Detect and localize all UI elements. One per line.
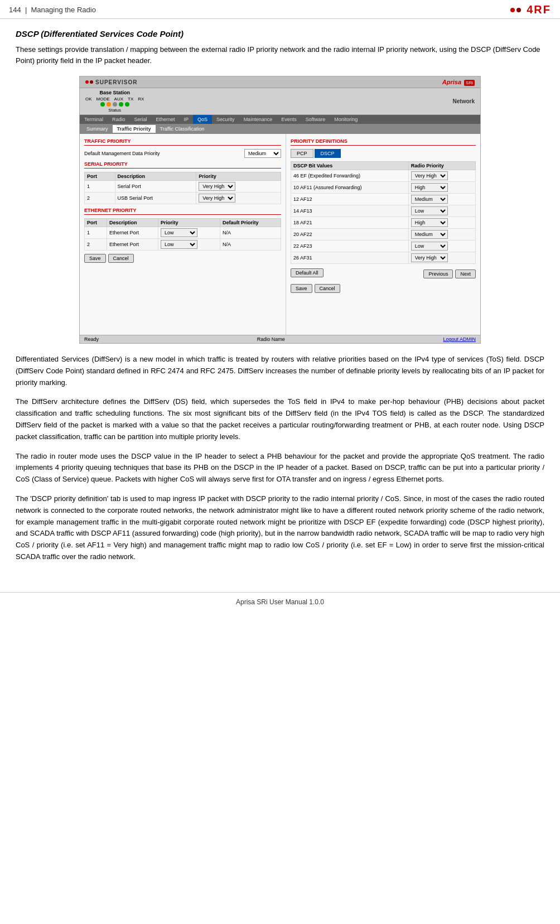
dscp-priority-select-4[interactable]: LowVery HighHighMedium xyxy=(411,206,448,215)
dscp-priority-select-2[interactable]: HighVery HighMediumLow xyxy=(411,183,448,192)
sub-nav-traffic-priority[interactable]: Traffic Priority xyxy=(113,125,156,133)
nav-monitoring[interactable]: Monitoring xyxy=(330,115,362,124)
dscp-row-4-value: 14 AF13 xyxy=(291,205,409,217)
status-bar: Ready Radio Name Logout ADMIN xyxy=(80,335,480,343)
default-all-button[interactable]: Default All xyxy=(291,268,324,277)
dscp-priority-select-7[interactable]: LowVery HighHighMedium xyxy=(411,242,448,251)
dot-red xyxy=(510,8,515,12)
eth-priority-select-1[interactable]: Low Medium High Very High xyxy=(161,228,197,237)
dscp-row-1-value: 46 EF (Expedited Forwarding) xyxy=(291,170,409,182)
device-indicators xyxy=(100,102,129,107)
section-title: DSCP (Differentiated Services Code Point… xyxy=(16,29,544,38)
nav-qos[interactable]: QoS xyxy=(193,115,212,124)
dscp-row-5-value: 18 AF21 xyxy=(291,217,409,229)
eth-desc-1: Ethernet Port xyxy=(107,227,158,239)
table-row: 26 AF31 Very HighHighMediumLow xyxy=(291,252,476,264)
sub-nav-summary[interactable]: Summary xyxy=(82,125,113,133)
eth-col-desc: Description xyxy=(107,219,158,227)
next-button[interactable]: Next xyxy=(455,270,476,278)
eth-port-1: 1 xyxy=(85,227,107,239)
right-cancel-button[interactable]: Cancel xyxy=(315,284,340,293)
nav-maintenance[interactable]: Maintenance xyxy=(239,115,277,124)
nav-ip[interactable]: IP xyxy=(180,115,194,124)
previous-button[interactable]: Previous xyxy=(423,270,453,278)
sub-nav-traffic-classification[interactable]: Traffic Classification xyxy=(156,125,209,133)
body-paragraph: The 'DSCP priority definition' tab is us… xyxy=(16,493,544,563)
aprisa-badge: SRi xyxy=(464,80,475,86)
sup-dot-dark xyxy=(90,80,93,84)
footer-text: Aprisa SRi User Manual 1.0.0 xyxy=(236,598,324,606)
serial-priority-header: SERIAL PRIORITY xyxy=(84,161,281,169)
page-number: 144 xyxy=(9,6,21,14)
table-row: 22 AF23 LowVery HighHighMedium xyxy=(291,240,476,252)
serial-priority-select-2[interactable]: Very High High Medium Low xyxy=(199,194,235,203)
main-area: TRAFFIC PRIORITY Default Management Data… xyxy=(80,134,480,335)
default-mgmt-select[interactable]: Medium Low High Very High xyxy=(244,149,281,158)
dscp-row-3-priority: MediumVery HighHighLow xyxy=(408,194,475,205)
dscp-row-7-value: 22 AF23 xyxy=(291,240,409,252)
right-btn-row: Save Cancel xyxy=(291,284,476,293)
ethernet-priority-header: ETHERNET PRIORITY xyxy=(84,208,281,215)
dscp-priority-select-6[interactable]: MediumVery HighHighLow xyxy=(411,230,448,239)
right-panel: PRIORITY DEFINITIONS PCP DSCP DSCP Bit V… xyxy=(286,134,480,335)
ethernet-table: Port Description Priority Default Priori… xyxy=(84,218,281,251)
nav-serial[interactable]: Serial xyxy=(130,115,152,124)
tab-dscp[interactable]: DSCP xyxy=(315,149,341,158)
serial-table: Port Description Priority 1 Serial Port … xyxy=(84,172,281,204)
ready-status: Ready xyxy=(84,336,99,342)
serial-priority-2: Very High High Medium Low xyxy=(196,192,281,204)
serial-priority-select-1[interactable]: Very High High Medium Low xyxy=(199,182,235,191)
dscp-priority-select-1[interactable]: Very HighHighMediumLow xyxy=(411,171,448,180)
eth-col-priority: Priority xyxy=(158,219,220,227)
dscp-priority-select-5[interactable]: HighVery HighMediumLow xyxy=(411,218,448,227)
dscp-row-3-value: 12 AF12 xyxy=(291,194,409,205)
logout-link[interactable]: Logout ADMIN xyxy=(443,336,476,342)
left-cancel-button[interactable]: Cancel xyxy=(108,254,134,263)
dscp-priority-select-3[interactable]: MediumVery HighHighLow xyxy=(411,195,448,204)
dscp-row-6-value: 20 AF22 xyxy=(291,229,409,240)
intro-text: These settings provide translation / map… xyxy=(16,44,544,66)
nav-terminal[interactable]: Terminal xyxy=(80,115,108,124)
table-row: 1 Ethernet Port Low Medium High Very Hig… xyxy=(85,227,281,239)
eth-priority-1: Low Medium High Very High xyxy=(158,227,220,239)
sup-dots xyxy=(85,80,93,84)
table-row: 18 AF21 HighVery HighMediumLow xyxy=(291,217,476,229)
status-label: Status xyxy=(108,108,121,113)
nav-ethernet[interactable]: Ethernet xyxy=(152,115,180,124)
sub-nav-bar[interactable]: Summary Traffic Priority Traffic Classif… xyxy=(80,124,480,134)
nav-bar[interactable]: Terminal Radio Serial Ethernet IP QoS Se… xyxy=(80,115,480,124)
dscp-priority-select-8[interactable]: Very HighHighMediumLow xyxy=(411,253,448,262)
right-save-button[interactable]: Save xyxy=(291,284,312,293)
eth-default-1: N/A xyxy=(220,227,281,239)
nav-security[interactable]: Security xyxy=(212,115,239,124)
serial-priority-1: Very High High Medium Low xyxy=(196,181,281,192)
nav-radio[interactable]: Radio xyxy=(108,115,130,124)
aprisa-branding: Aprisa SRi xyxy=(442,79,475,85)
table-row: 2 Ethernet Port Low Medium High Very Hig… xyxy=(85,239,281,251)
base-station-label: Base Station xyxy=(99,90,130,95)
nav-software[interactable]: Software xyxy=(301,115,330,124)
nav-events[interactable]: Events xyxy=(277,115,301,124)
device-bar: Base Station OK MODE AUX TX RX Status xyxy=(80,88,480,115)
eth-priority-select-2[interactable]: Low Medium High Very High xyxy=(161,240,197,249)
supervisor-header: SUPERVISOR Aprisa SRi xyxy=(80,76,480,88)
left-btn-row: Save Cancel xyxy=(84,254,281,263)
base-station-section: Base Station OK MODE AUX TX RX Status xyxy=(85,90,144,113)
eth-col-default: Default Priority xyxy=(220,219,281,227)
tx-indicator xyxy=(119,102,123,107)
dscp-row-8-priority: Very HighHighMediumLow xyxy=(408,252,475,264)
tab-pcp[interactable]: PCP xyxy=(291,149,313,158)
network-label: Network xyxy=(453,98,475,104)
serial-port-2: 2 xyxy=(85,192,115,204)
table-row: 2 USB Serial Port Very High High Medium … xyxy=(85,192,281,204)
traffic-priority-header: TRAFFIC PRIORITY xyxy=(84,138,281,146)
serial-port-1: 1 xyxy=(85,181,115,192)
dscp-row-2-value: 10 AF11 (Assured Forwarding) xyxy=(291,182,409,194)
page-footer: Aprisa SRi User Manual 1.0.0 xyxy=(0,592,560,612)
left-save-button[interactable]: Save xyxy=(84,254,106,263)
table-row: 12 AF12 MediumVery HighHighLow xyxy=(291,194,476,205)
screenshot-container: SUPERVISOR Aprisa SRi Base Station OK MO… xyxy=(79,76,481,344)
aprisa-logo: Aprisa xyxy=(442,79,461,85)
tab-bar[interactable]: PCP DSCP xyxy=(291,149,476,158)
eth-desc-2: Ethernet Port xyxy=(107,239,158,251)
